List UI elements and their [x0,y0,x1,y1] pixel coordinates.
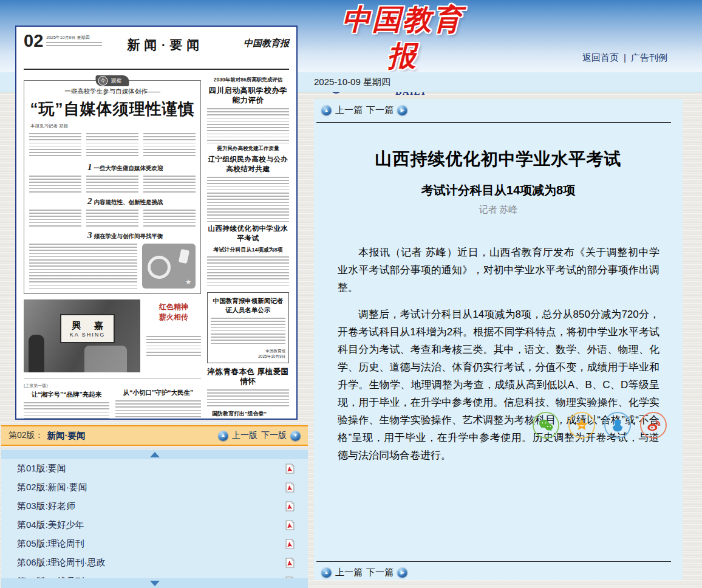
bottom-article-2: 从“小切口”守护“大民生” [115,383,201,420]
lead-subhead-2: 2内容规范性、创新性是挑战 [87,196,196,207]
notice-box: 中国教育报申领新闻记者证人员名单公示 中国教育报 2025年10月9日 [207,292,289,363]
photo-caption-text [146,336,201,357]
article-subtitle: 考试计分科目从14项减为8项 [314,182,683,199]
lead-text-columns [29,176,196,193]
edition-list-item[interactable]: 第03版:好老师 [1,497,308,516]
right-subhead-4: 国防教育打出“组合拳” [212,410,289,418]
news-photo: 興 嘉 KA SHING [24,299,140,372]
current-edition-label: 第02版： [9,430,44,441]
lead-kicker: 一些高校学生参与自媒体创作—— [29,87,196,96]
article-paragraph: 调整后，考试计分科目从14项减为8项，总分从850分减为720分，开卷考试科目从… [338,306,659,464]
divider [316,122,671,123]
lead-text-columns [29,244,137,289]
article-author: 记者 苏峰 [314,204,683,216]
newspaper-masthead: 02 2025年10月9日 星期四 新闻·要闻 中国教育报 [24,32,289,70]
qzone-share-button[interactable] [568,412,595,439]
newspaper-section-title: 新闻·要闻 [102,36,228,53]
article-paragraph: 本报讯（记者 苏峰）近日，山西省教育厅发布《关于调整初中学业水平考试部分事项的通… [338,244,659,296]
right-text [207,256,289,288]
triangle-up-icon [150,452,160,457]
pdf-icon[interactable] [285,539,295,549]
newspaper-page-image[interactable]: 02 2025年10月9日 星期四 新闻·要闻 中国教育报 今 观察 一些高校学… [15,26,298,420]
article-body: 本报讯（记者 苏峰）近日，山西省教育厅发布《关于调整初中学业水平考试部分事项的通… [338,244,659,473]
prev-article-icon[interactable]: ▲ [321,105,332,115]
edition-bar: 第02版： 新闻·要闻 ▲ 上一版 下一版 ▼ [1,425,308,446]
newspaper-brand: 中国教育报 [228,38,289,49]
edition-list-item[interactable]: 第06版:理论周刊·思政 [1,553,308,572]
qq-share-button[interactable] [604,412,631,439]
scroll-down-button[interactable] [1,578,308,588]
next-article-icon[interactable]: ▶ [397,105,407,115]
date-text: 2025-10-09 星期四 [314,77,390,88]
pdf-icon[interactable] [285,501,295,511]
triangle-down-icon [150,581,160,586]
lead-text-columns [29,210,196,227]
badge-circle: 今 [98,76,108,86]
pdf-icon[interactable] [285,463,295,474]
article-title: 山西持续优化初中学业水平考试 [314,148,683,171]
prev-article-button[interactable]: 上一篇 [335,567,363,578]
article-nav-bottom: ▲ 上一篇 下一篇 ▶ [321,567,407,578]
edition-list-item[interactable]: 第04版:美好少年 [1,516,308,535]
edition-list-item[interactable]: 第05版:理论周刊 [1,535,308,553]
page: 中国教育报 CHINA EDUCATION DAILY 返回首页 | 广告刊例 … [0,0,702,588]
lead-subhead-1: 1一些大学生做自媒体受欢迎 [87,162,196,173]
lead-text-columns [29,133,196,159]
article-panel: ▲ 上一篇 下一篇 ▶ 山西持续优化初中学业水平考试 考试计分科目从14项减为8… [314,99,683,580]
right-headline-2: 辽宁组织民办高校与公办高校结对共建 [207,154,289,174]
pdf-icon[interactable] [285,520,295,530]
next-article-button[interactable]: 下一篇 [366,567,394,578]
lead-subhead-3: 3须在学业与创作间寻找平衡 [87,230,196,241]
next-article-button[interactable]: 下一篇 [366,104,394,116]
photo-plaque: 興 嘉 KA SHING [60,314,115,343]
next-article-icon[interactable]: ▶ [397,567,407,578]
article-nav-top: ▲ 上一篇 下一篇 ▶ [321,104,407,116]
observe-badge: 今 观察 [96,75,129,86]
lead-byline: 本报见习记者 郑翅 [30,123,196,129]
right-kicker-1: 2030年前对86所高职完成评估 [207,77,289,84]
pdf-icon[interactable] [285,482,295,493]
newspaper-meta: 2025年10月9日 星期四 [46,35,102,48]
next-edition-button[interactable]: 下一版 [261,430,287,441]
weibo-share-button[interactable] [640,412,667,439]
share-bar [533,412,667,439]
lead-headline: “玩”自媒体须理性谨慎 [29,98,196,120]
lead-article: 今 观察 一些高校学生参与自媒体创作—— “玩”自媒体须理性谨慎 本报见习记者 … [24,80,201,294]
prev-article-button[interactable]: 上一篇 [335,104,363,116]
right-headline-4: 淬炼青春本色 厚植爱国情怀 [207,367,289,386]
logo-cn-text: 中国教育报 [330,1,475,74]
newspaper-meta-lines [46,42,102,48]
edition-list-item[interactable]: 第02版:新闻·要闻 [1,478,308,497]
right-kicker-2: 提升民办高校党建工作质量 [207,145,289,152]
prev-edition-icon[interactable]: ▲ [218,431,228,441]
current-edition-name[interactable]: 新闻·要闻 [47,430,86,442]
right-text [207,177,289,222]
home-link[interactable]: 返回首页 [582,52,619,64]
photo-caption: 红色精神 薪火相传 [146,302,201,323]
notice-signature: 中国教育报 2025年10月9日 [211,348,285,359]
newspaper-date: 2025年10月9日 星期四 [46,35,102,41]
next-edition-icon[interactable]: ▼ [290,431,301,441]
edition-list: 第01版:要闻 第02版:新闻·要闻 第03版:好老师 第04版:美好少年 第0… [1,450,308,588]
newspaper-page-number: 02 [24,32,43,50]
right-text [207,389,289,408]
right-headline-3: 山西持续优化初中学业水平考试 [207,224,289,243]
badge-label: 观察 [111,77,122,85]
prev-article-icon[interactable]: ▲ [321,567,332,578]
prev-edition-button[interactable]: 上一版 [232,430,257,441]
ads-link[interactable]: 广告刊例 [631,52,667,64]
right-text [207,108,289,143]
bottom-article-1: (上接第一版) 让“湘字号”“品牌”亮起来 [24,383,109,420]
wechat-share-button[interactable] [533,412,559,439]
media-illustration: ★ [142,244,196,289]
header-links: 返回首页 | 广告刊例 [582,52,667,64]
right-headline-1: 四川启动高职学校办学能力评价 [207,86,289,105]
divider [316,561,671,562]
right-deck-3: 考试计分科目从14项减为8项 [207,246,289,254]
scroll-up-button[interactable] [1,450,308,459]
link-separator: | [624,52,626,64]
pdf-icon[interactable] [285,558,295,568]
edition-list-item[interactable]: 第01版:要闻 [1,459,308,478]
